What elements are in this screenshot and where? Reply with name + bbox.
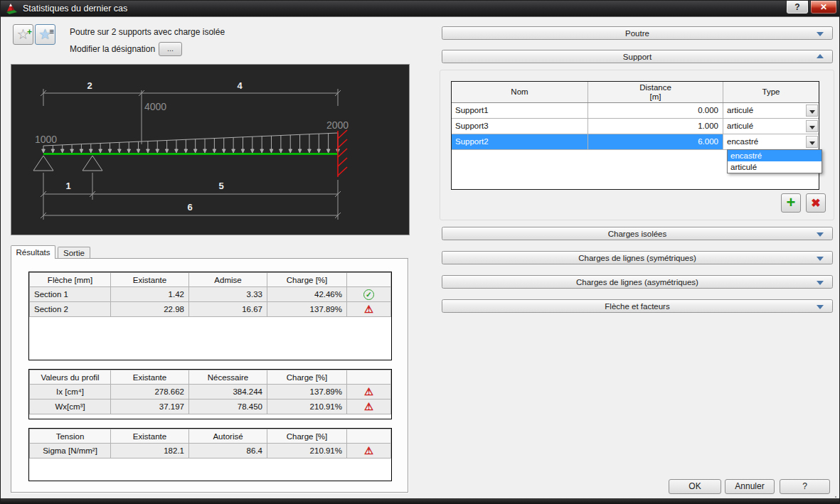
col-header: Charge [%] [267, 273, 347, 287]
accordion-charges-isolees[interactable]: Charges isolées [442, 227, 833, 240]
support-table: Nom Distance [m] Type Support1 0.000 art… [451, 81, 819, 190]
dim-label-4: 4 [237, 80, 243, 91]
accordion-label: Charges de lignes (symétriques) [578, 254, 696, 262]
col-header-distance-unit: [m] [650, 92, 661, 102]
window-title: Statistiques du dernier cas [23, 4, 127, 14]
type-combobox[interactable]: articulé [723, 119, 819, 134]
menu-lines-icon: ≡ [50, 22, 54, 41]
profile-table-box: Valeurs du profil Existante Nécessaire C… [28, 369, 392, 419]
load-label-2000: 2000 [326, 119, 349, 131]
window-bottom-border [1, 498, 839, 504]
status-icon: ⚠ [364, 401, 373, 412]
accordion-label: Charges de lignes (asymétriques) [576, 278, 698, 286]
col-header: Existante [111, 273, 189, 287]
cancel-button[interactable]: Annuler [725, 479, 775, 494]
col-header: Autorisé [189, 429, 267, 444]
combo-dropdown-button[interactable] [806, 104, 818, 117]
accordion-charges-lignes-sym[interactable]: Charges de lignes (symétriques) [442, 251, 833, 264]
status-icon: ⚠ [364, 445, 373, 456]
table-row[interactable]: Sigma [N/mm²] 182.1 86.4 210.91% ⚠ [30, 444, 391, 459]
accordion-charges-lignes-asym[interactable]: Charges de lignes (asymétriques) [442, 275, 833, 289]
deflection-table: Flèche [mm] Existante Admise Charge [%] … [29, 272, 391, 317]
combo-dropdown-button[interactable] [806, 120, 818, 132]
col-header: Existante [111, 429, 189, 444]
col-header: Valeurs du profil [30, 370, 111, 385]
pinned-support-2 [83, 156, 102, 171]
accordion-label: Support [623, 53, 652, 61]
accordion-fleche-facteurs[interactable]: Flèche et facteurs [442, 299, 833, 313]
dim-label-6: 6 [187, 202, 192, 213]
col-header-status [347, 370, 391, 385]
table-row[interactable]: Ix [cm⁴] 278.662 384.244 137.89% ⚠ [30, 385, 391, 400]
chevron-down-icon [817, 232, 824, 237]
plus-icon: + [27, 23, 32, 42]
fixed-support [338, 130, 347, 177]
add-support-button[interactable]: + [781, 193, 801, 213]
dropdown-option-articule[interactable]: articulé [728, 161, 822, 173]
accordion-label: Charges isolées [608, 230, 666, 238]
support-row-2[interactable]: Support3 1.000 articulé [452, 119, 819, 134]
titlebar-help-button[interactable]: ? [786, 1, 809, 14]
dim-label-1: 1 [65, 181, 70, 191]
dropdown-arrow-icon [809, 141, 815, 145]
table-row[interactable]: Section 2 22.98 16.67 137.89% ⚠ [30, 302, 391, 317]
results-tab-page: Flèche [mm] Existante Admise Charge [%] … [11, 258, 408, 493]
col-header: Flèche [mm] [30, 273, 111, 287]
dialog-window: Statistiques du dernier cas ? ✕ ☆ + ★ ≡ … [0, 0, 840, 504]
col-header-type: Type [762, 87, 780, 97]
col-header-nom: Nom [511, 87, 528, 97]
type-combobox[interactable]: articulé [723, 103, 819, 118]
col-header: Tension [30, 429, 111, 444]
accordion-label: Poutre [625, 29, 649, 38]
table-row[interactable]: Wx[cm³] 37.197 78.450 210.91% ⚠ [30, 400, 391, 414]
combo-dropdown-button[interactable] [806, 136, 818, 148]
browse-button[interactable]: ... [159, 42, 182, 56]
accordion-support[interactable]: Support [442, 50, 833, 63]
chevron-down-icon [817, 305, 824, 309]
app-icon [6, 3, 18, 14]
support-table-header: Nom Distance [m] Type [452, 82, 819, 103]
status-icon: ⚠ [364, 304, 373, 315]
favorite-add-button[interactable]: ☆ + [13, 24, 33, 45]
accordion-poutre[interactable]: Poutre [442, 26, 833, 40]
tension-table-box: Tension Existante Autorisé Charge [%] Si… [28, 428, 392, 481]
delete-support-button[interactable]: ✖ [806, 193, 826, 213]
support-row-3-selected[interactable]: Support2 6.000 encastré [452, 134, 819, 150]
tab-resultats[interactable]: Résultats [11, 245, 55, 259]
deflection-table-box: Flèche [mm] Existante Admise Charge [%] … [28, 272, 392, 360]
accordion-label: Flèche et facteurs [605, 302, 669, 311]
chevron-up-icon [817, 54, 824, 58]
col-header: Charge [%] [267, 370, 347, 385]
load-label-1000: 1000 [35, 134, 57, 145]
ok-button[interactable]: OK [669, 479, 721, 494]
chevron-down-icon [817, 32, 824, 36]
title-bar: Statistiques du dernier cas ? ✕ [1, 1, 839, 17]
pinned-support-1 [33, 156, 53, 171]
help-button[interactable]: ? [780, 479, 830, 494]
col-header-distance: Distance [639, 83, 671, 92]
tab-sortie[interactable]: Sortie [58, 247, 90, 259]
dim-label-4000: 4000 [144, 101, 166, 112]
titlebar-close-button[interactable]: ✕ [810, 1, 837, 14]
type-combobox-open[interactable]: encastré [723, 134, 819, 149]
col-header: Existante [111, 370, 189, 385]
beam-diagram: 2 4 4000 1000 2000 [11, 65, 409, 235]
dropdown-arrow-icon [809, 110, 815, 114]
case-designation: Poutre sur 2 supports avec charge isolée [70, 27, 225, 37]
col-header: Charge [%] [267, 429, 347, 444]
chevron-down-icon [817, 281, 824, 285]
type-dropdown-list: encastré articulé [727, 149, 822, 173]
col-header: Admise [189, 273, 267, 287]
modify-designation-label: Modifier la désignation [70, 44, 155, 54]
dropdown-option-encastre[interactable]: encastré [728, 150, 822, 161]
support-row-1[interactable]: Support1 0.000 articulé [452, 103, 819, 119]
dim-label-5: 5 [218, 181, 223, 191]
favorite-menu-button[interactable]: ★ ≡ [35, 24, 55, 45]
tension-table: Tension Existante Autorisé Charge [%] Si… [29, 429, 391, 459]
col-header: Nécessaire [189, 370, 267, 385]
col-header-status [347, 273, 391, 287]
table-row[interactable]: Section 1 1.42 3.33 42.46% ✓ [30, 287, 391, 302]
status-icon: ⚠ [364, 386, 373, 397]
status-icon: ✓ [363, 289, 374, 300]
col-header-status [347, 429, 391, 444]
